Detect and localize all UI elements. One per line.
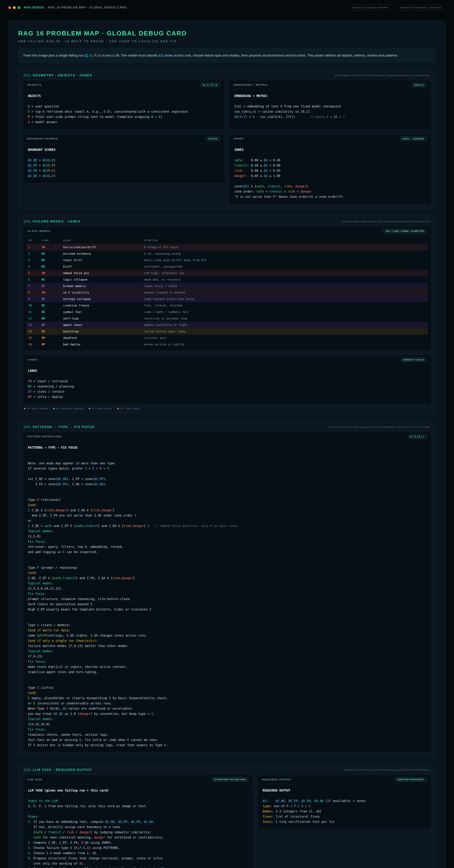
code-line: P = final user-side prompt string sent t… xyxy=(28,114,220,120)
mode-symptom: wrong version or config xyxy=(142,341,428,347)
mode-name: creative freeze xyxy=(61,302,142,309)
code-line: fail-fast on bad or missing E, fix infra… xyxy=(28,737,426,743)
mode-name: logic collapse xyxy=(61,276,142,283)
code-line: I(X) = embedding of text X from one fixe… xyxy=(234,104,426,109)
mode-symptom: called before deps ready xyxy=(142,328,428,335)
code-line xyxy=(28,456,426,461)
lanes-code: LANES IN = input / retrievalRE = reasoni… xyxy=(23,365,431,404)
lane-dot-icon xyxy=(89,408,90,409)
mode-row: 13STagent chaosagents overwrite or fight xyxy=(26,321,428,328)
mode-row: 12REself-looprecursion or paradox loop xyxy=(26,315,428,321)
code-line: OP = infra / deploy xyxy=(28,394,426,400)
section-02-header: [02]FAILURE MODES · LANES 16 named failu… xyxy=(23,217,431,226)
mode-lane: RE xyxy=(39,276,61,283)
code-line: ΔS: ΔS_QE, ΔS_EP, ΔS_PA, ΔS_QA (if avail… xyxy=(263,798,426,804)
code-line: Input to the LLM: xyxy=(28,798,248,804)
mode-number: 9 xyxy=(26,296,39,302)
panel-zones-label: ZONES xyxy=(234,137,244,140)
mode-lane: RE xyxy=(39,250,61,257)
mode-number: 2 xyxy=(26,250,39,257)
mode-symptom: recursion or paradox loop xyxy=(142,315,428,321)
code-line: ( Z_QE = safe and Z_EP ∈ {safe,transit} … xyxy=(28,523,426,529)
section-01-id: [01] xyxy=(24,73,31,77)
code-line: Note: one mode may appear in more than o… xyxy=(28,461,426,466)
mode-row: 3REchain driftmulti-step plan drifts awa… xyxy=(26,257,428,263)
mode-lane: IN xyxy=(39,244,61,250)
code-line: REQUIRED OUTPUT xyxy=(263,788,426,793)
section-04-title: [04]LLM TASK · REQUIRED OUTPUT xyxy=(24,768,92,772)
mode-lane: RE xyxy=(39,302,61,309)
code-line xyxy=(28,492,426,497)
page-subtitle: ONE FAILING RUN IN · 16 WAYS TO BREAK · … xyxy=(18,40,436,43)
code-line: ZONES xyxy=(234,147,426,152)
code-line: {14,15,16,8} xyxy=(28,722,426,727)
section-01-note: Q/E/P/A objects, ΔS metric and four boun… xyxy=(334,73,430,77)
objects-code: OBJECTS Q = user questionE = top-k retri… xyxy=(23,90,225,129)
mode-symptom: cannot inspect E content xyxy=(142,289,428,296)
mode-number: 8 xyxy=(26,289,39,296)
mode-row: 11REsymbol failcode / math / symbols fai… xyxy=(26,309,428,315)
mode-row: 10REcreative freezeflat, literal, blocke… xyxy=(26,302,428,309)
embedding-code: EMBEDDING + METRIC I(X) = embedding of t… xyxy=(229,90,431,124)
mode-row: 7STbroken memoryloses story / state xyxy=(26,283,428,289)
code-line: cos_sim(u,v) = cosine similarity in [0,1… xyxy=(234,109,426,114)
lane-legend-item: IN · input / retrieval xyxy=(24,407,48,410)
code-line: Fix focus: xyxy=(28,659,426,664)
code-line: Let Z_QE = zone(ΔS_QE), Z_EP = zone(ΔS_E… xyxy=(28,476,426,482)
code-line: ΔS_QE = ΔS(Q,E) xyxy=(28,158,220,163)
panel-boundary-badge: 4 CUTS xyxy=(205,136,221,141)
code-line: When Type I holds, ΔS values are undefin… xyxy=(28,706,426,711)
section-03-id: [03] xyxy=(24,425,31,429)
window-title: RAG-DEBUG· RAG 16 PROBLEM MAP · GLOBAL D… xyxy=(24,6,127,9)
code-line: Cond: xyxy=(28,570,426,576)
code-line: LANES xyxy=(28,368,426,373)
mode-row: 14OPbootstrapcalled before deps ready xyxy=(26,328,428,335)
mode-name: misread evidence xyxy=(61,250,142,257)
code-line: Q = user question xyxy=(28,104,220,109)
code-line xyxy=(28,793,248,798)
mode-number: 1 xyxy=(26,244,39,250)
column-header: SYMPTOM xyxy=(142,237,428,244)
code-line: failure matches modes {7,9,13} better th… xyxy=(28,643,426,649)
code-line xyxy=(28,675,426,680)
code-line: 5. Propose structural_fixes that change … xyxy=(28,856,248,861)
mode-name: symbol fail xyxy=(61,309,142,315)
code-line xyxy=(234,179,426,184)
close-button[interactable] xyxy=(8,6,11,9)
code-line: Typical modes: xyxy=(28,716,426,722)
panel-pattern-definitions: PATTERN DEFINITIONS R / P / S / I PATTER… xyxy=(23,432,431,753)
mode-row: 8INno E visibilitycannot inspect E conte… xyxy=(26,289,428,296)
panel-embedding-label: EMBEDDING + METRIC xyxy=(234,84,268,86)
code-line: OBJECTS xyxy=(28,93,220,99)
panel-output-badge: MACHINE-READABLE xyxy=(395,777,427,782)
section-01-header: [01]GEOMETRY · OBJECTS · ZONES Q/E/P/A o… xyxy=(23,70,431,80)
lane-dot-icon xyxy=(24,408,26,409)
code-line: ΔS_PA = ΔS(P,A) xyxy=(28,168,220,173)
mode-number: 14 xyxy=(26,328,39,335)
window-controls xyxy=(8,6,20,9)
code-line: or E inconsistent or unobservable across… xyxy=(28,701,426,706)
maximize-button[interactable] xyxy=(18,6,20,9)
panel-required-output: REQUIRED OUTPUT MACHINE-READABLE REQUIRE… xyxy=(257,775,431,829)
code-line: prompt structure, stepwise reasoning, ci… xyxy=(28,596,426,602)
code-line: and Z_EP, Z_PA are not worse than Z_QE u… xyxy=(28,513,426,518)
mode-lane: RE xyxy=(39,263,61,270)
mode-lane: OP xyxy=(39,328,61,335)
mode-symptom: sim high, relevance low xyxy=(142,270,428,276)
code-line: Cond if multi-run data: xyxy=(28,628,426,633)
panel-objects: OBJECTS Q / E / P / A OBJECTS Q = user q… xyxy=(23,80,225,130)
mode-name: bluff xyxy=(61,263,142,270)
window-title-text: · RAG 16 PROBLEM MAP · GLOBAL DEBUG CARD xyxy=(46,6,127,9)
mode-symptom: multi-step plan drifts away from Q/E xyxy=(142,257,428,263)
code-line: zone(ΔS) ∈ {safe, transit, risk, danger} xyxy=(234,184,426,189)
code-line: ST = state / context xyxy=(28,389,426,394)
code-line: retriever: query, filters, top-k, embedd… xyxy=(28,544,426,550)
mode-name: agent chaos xyxy=(61,321,142,328)
code-line: zone_order: safe < transit < risk < dang… xyxy=(234,189,426,194)
lane-legend: IN · input / retrievalRE · reasoning / p… xyxy=(23,404,431,410)
minimize-button[interactable] xyxy=(13,6,15,9)
code-line: ΔS(X,Y) = 1 - cos_sim(I(X), I(Y)) // hen… xyxy=(234,114,426,120)
code-line: E empty, placeholder or clearly mismatch… xyxy=(28,695,426,701)
mode-lane: ST xyxy=(39,296,61,302)
code-line: type: one of R / P / S / I xyxy=(263,804,426,809)
